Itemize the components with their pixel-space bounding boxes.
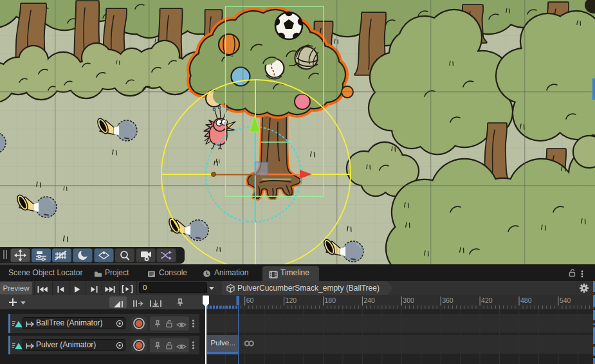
svg-text:480: 480 <box>520 296 532 304</box>
svg-text:60: 60 <box>246 296 254 304</box>
svg-text:420: 420 <box>481 296 493 304</box>
svg-text:180: 180 <box>325 296 336 304</box>
svg-text:540: 540 <box>560 296 571 304</box>
svg-text:120: 120 <box>286 296 297 304</box>
svg-text:300: 300 <box>403 296 414 304</box>
svg-text:240: 240 <box>363 296 375 304</box>
svg-text:360: 360 <box>442 296 453 304</box>
